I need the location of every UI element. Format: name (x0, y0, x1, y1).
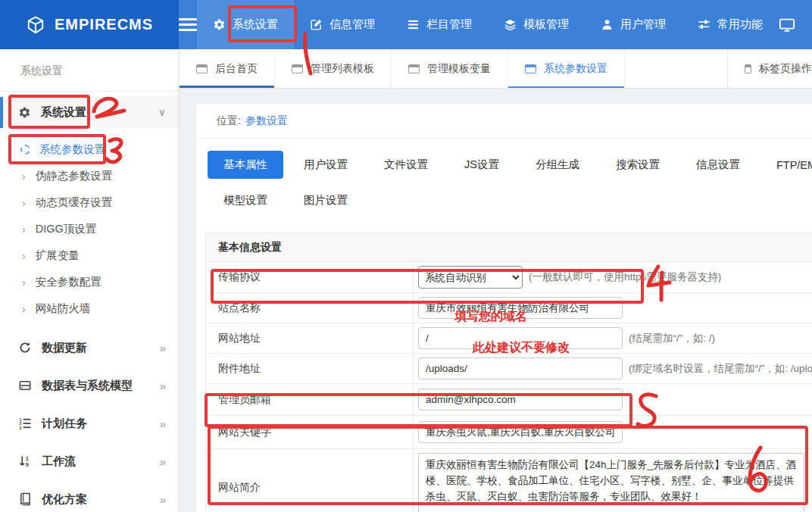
ordered-list-icon: 123 (18, 417, 32, 430)
setting-tab-model[interactable]: 模型设置 (208, 186, 283, 214)
tab-label: 标签页操作 (759, 62, 812, 76)
drive-icon (18, 379, 32, 392)
setting-tab-search[interactable]: 搜索设置 (600, 151, 676, 179)
setting-tab-image[interactable]: 图片设置 (288, 186, 364, 214)
sidebar-item-label: 安全参数配置 (36, 275, 102, 289)
tab-label: 管理列表模板 (311, 62, 374, 76)
form-section-title: 基本信息设置 (206, 233, 812, 262)
nav-item-system-settings[interactable]: 系统设置 (197, 0, 294, 49)
tab-label: 管理模板变量 (427, 62, 491, 76)
sidebar-item-data-update[interactable]: 数据更新 » (0, 329, 178, 367)
upload-path-input[interactable] (418, 357, 623, 379)
field-label: 站点名称 (206, 293, 414, 323)
nav-item-label: 模板管理 (523, 17, 569, 32)
header-right-icons (779, 0, 812, 49)
setting-tab-js[interactable]: JS设置 (448, 151, 515, 179)
tab-manage-list-template[interactable]: 管理列表模板 (275, 49, 392, 88)
chevron-right-icon: › (22, 170, 26, 183)
sidebar-item-digg[interactable]: › DIGG顶设置 (0, 216, 178, 242)
nav-item-label: 常用功能 (717, 17, 763, 32)
nav-item-info-management[interactable]: 信息管理 (294, 0, 391, 49)
chevron-right-icon: › (22, 223, 26, 236)
setting-tab-ftp-email[interactable]: FTP/EMAIL (760, 152, 812, 178)
site-url-input[interactable] (418, 327, 623, 349)
sidebar-item-data-tables-models[interactable]: 数据表与系统模型 » (0, 367, 178, 404)
site-description-textarea[interactable]: 重庆效丽恒有害生物防治有限公司【24h上门服务_先服务后付款】专业为酒店、酒楼、… (418, 453, 804, 512)
sidebar-toggle-button[interactable] (179, 0, 197, 49)
nav-item-template-management[interactable]: 模板管理 (488, 0, 585, 49)
sidebar-item-extended-vars[interactable]: › 扩展变量 (0, 242, 178, 269)
nav-item-label: 用户管理 (620, 17, 666, 32)
hamburger-icon (179, 15, 197, 34)
field-hint: (绑定域名时设置，结尾需加“/”，如: /uploads/) (629, 362, 812, 376)
sidebar-item-optimization[interactable]: 优化方案 » (0, 480, 178, 512)
sidebar-item-workflow[interactable]: 19 工作流 » (0, 442, 178, 480)
svg-text:9: 9 (26, 461, 29, 468)
window-icon (408, 64, 420, 73)
sidebar-item-dynamic-cache[interactable]: › 动态页缓存设置 (0, 189, 178, 216)
window-icon (745, 64, 751, 73)
field-label: 网站简介 (206, 449, 414, 512)
setting-tab-basic[interactable]: 基本属性 (208, 151, 283, 179)
sidebar-item-pseudo-static[interactable]: › 伪静态参数设置 (0, 163, 178, 189)
sidebar-item-system-settings[interactable]: 系统设置 ∨ (0, 97, 178, 128)
sidebar-item-label: 网站防火墙 (36, 301, 91, 316)
logo[interactable]: EMPIRECMS (0, 0, 179, 49)
tab-page-actions-button[interactable]: 标签页操作 (727, 49, 812, 88)
nav-item-user-management[interactable]: 用户管理 (585, 0, 682, 49)
main-content: 位置: 参数设置 基本属性 用户设置 文件设置 JS设置 分组生成 搜索设置 信… (180, 89, 812, 512)
breadcrumb-link-param-settings[interactable]: 参数设置 (245, 114, 288, 128)
book-icon (18, 492, 32, 506)
sidebar-item-security-params[interactable]: › 安全参数配置 (0, 269, 178, 295)
window-icon (196, 64, 208, 73)
nav-item-column-management[interactable]: 栏目管理 (391, 0, 488, 49)
empirecms-admin-window: EMPIRECMS 系统设置 信息管理 栏目管理 模板管理 (0, 0, 812, 512)
gear-icon (213, 18, 226, 31)
setting-tab-group-gen[interactable]: 分组生成 (520, 151, 595, 179)
double-chevron-icon: » (160, 455, 166, 468)
setting-tab-file[interactable]: 文件设置 (368, 151, 444, 179)
field-hint: (一般默认即可，使用https需要服务器支持) (529, 270, 721, 284)
field-label: 附件地址 (206, 354, 414, 383)
nav-item-label: 栏目管理 (426, 17, 472, 32)
window-icon (292, 64, 303, 73)
breadcrumb: 位置: 参数设置 (196, 104, 812, 139)
field-label: 管理员邮箱 (206, 384, 414, 415)
tab-manage-template-vars[interactable]: 管理模板变量 (392, 49, 508, 88)
nav-item-label: 信息管理 (329, 17, 375, 32)
chevron-down-icon: ∨ (158, 107, 166, 118)
form-row-site-keywords: 网站关键字 (206, 416, 812, 449)
protocol-select[interactable]: 系统自动识别 (418, 266, 523, 289)
admin-email-input[interactable] (418, 389, 623, 411)
sort-numeric-icon: 19 (18, 454, 32, 468)
setting-tab-user[interactable]: 用户设置 (288, 151, 364, 179)
sidebar-item-label: 计划任务 (42, 417, 87, 431)
refresh-icon (18, 341, 32, 354)
tab-system-param-settings[interactable]: 系统参数设置 (508, 49, 625, 88)
monitor-icon[interactable] (779, 17, 795, 33)
tab-label: 系统参数设置 (544, 62, 607, 76)
double-chevron-icon: » (160, 342, 166, 354)
field-label: 网站地址 (206, 323, 414, 353)
sidebar-item-scheduled-tasks[interactable]: 123 计划任务 » (0, 404, 178, 442)
top-header: EMPIRECMS 系统设置 信息管理 栏目管理 模板管理 (0, 0, 812, 49)
tab-label: 后台首页 (215, 62, 258, 76)
tab-backend-home[interactable]: 后台首页 (180, 49, 275, 88)
site-keywords-input[interactable] (418, 421, 623, 443)
form-row-upload-path: 附件地址 (绑定域名时设置，结尾需加“/”，如: /uploads/) (206, 354, 812, 384)
field-label: 网站关键字 (206, 416, 414, 448)
double-chevron-icon: » (160, 379, 166, 392)
sidebar-item-system-param-settings[interactable]: 系统参数设置 (0, 136, 178, 163)
logo-text: EMPIRECMS (55, 16, 153, 33)
sliders-icon (698, 18, 710, 31)
double-chevron-icon: » (160, 417, 166, 430)
sidebar-item-label: 系统参数设置 (39, 142, 105, 157)
nav-item-common-functions[interactable]: 常用功能 (682, 0, 779, 49)
page-tab-bar: 后台首页 管理列表模板 管理模板变量 系统参数设置 标签页操作 (180, 49, 812, 89)
sidebar-item-site-firewall[interactable]: › 网站防火墙 (0, 295, 178, 322)
sidebar-item-label: 工作流 (42, 454, 76, 469)
sidebar-item-label: 数据更新 (42, 341, 87, 355)
setting-tab-info[interactable]: 信息设置 (680, 151, 756, 179)
site-name-input[interactable] (418, 297, 623, 319)
basic-info-form: 基本信息设置 传输协议 系统自动识别 (一般默认即可，使用https需要服务器支… (205, 233, 812, 512)
